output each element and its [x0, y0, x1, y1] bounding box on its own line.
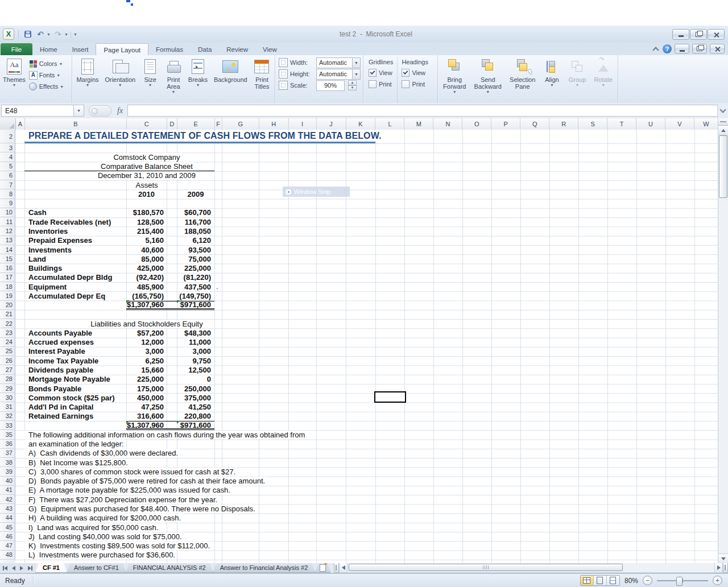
value-2010-cell[interactable]: 3,000: [126, 347, 167, 355]
value-2009-cell[interactable]: 11,000: [177, 338, 214, 346]
row-header[interactable]: 6: [0, 171, 15, 180]
tab-split-handle[interactable]: [334, 563, 339, 573]
note-text-cell[interactable]: D) Bonds payable of $75,000 were retired…: [24, 477, 267, 485]
value-2010-cell[interactable]: 450,000: [126, 394, 167, 402]
value-2010-cell[interactable]: $180,570: [126, 208, 167, 217]
liabilities-header-row[interactable]: Liabilities and Stockholders Equity: [24, 319, 388, 328]
value-2009-cell[interactable]: 0: [177, 375, 214, 383]
row-header[interactable]: 24: [0, 338, 15, 347]
help-icon[interactable]: ?: [663, 44, 672, 53]
sheet-title-row[interactable]: PREPARE A DETAILED STATEMENT OF CASH FLO…: [24, 130, 388, 143]
scroll-down-button[interactable]: [718, 553, 728, 563]
row-header[interactable]: 26: [0, 356, 15, 365]
ribbon-tab[interactable]: Home: [32, 43, 65, 55]
row-header[interactable]: 21: [0, 310, 15, 319]
note-row[interactable]: D) Bonds payable of $75,000 were retired…: [24, 477, 388, 486]
value-2009-cell[interactable]: 437,500: [177, 283, 214, 291]
asset-row[interactable]: Buildings 425,000 225,000: [24, 263, 388, 272]
note-text-cell[interactable]: I) Land was acquired for $50,000 cash.: [24, 523, 160, 532]
column-header[interactable]: U: [636, 118, 665, 130]
account-label-cell[interactable]: Accounts Payable: [24, 329, 126, 337]
note-text-cell[interactable]: B) Net Income was $125,800.: [24, 458, 130, 467]
year-2009-header[interactable]: 2009: [177, 190, 214, 199]
bring-forward-button[interactable]: Bring Forward ▼: [441, 57, 468, 105]
note-row[interactable]: J) Land costing $40,000 was sold for $75…: [24, 532, 388, 541]
column-header[interactable]: P: [491, 118, 520, 130]
normal-view-button[interactable]: [581, 576, 594, 585]
report-title[interactable]: Comparative Balance Sheet: [99, 162, 195, 171]
row-header[interactable]: 31: [0, 402, 15, 411]
row-header[interactable]: 13: [0, 236, 15, 245]
account-label-cell[interactable]: Common stock ($25 par): [24, 394, 126, 402]
company-name[interactable]: Comstock Company: [111, 153, 181, 162]
effects-button[interactable]: Effects ▼: [27, 81, 65, 92]
row-header[interactable]: 5: [0, 162, 15, 171]
liability-row[interactable]: Income Tax Payable 6,250 9,750: [24, 356, 388, 365]
column-header[interactable]: S: [578, 118, 607, 130]
note-row[interactable]: C) 3,000 shares of common stock were iss…: [24, 467, 388, 476]
report-row[interactable]: Comparative Balance Sheet: [24, 162, 388, 171]
note-text-cell[interactable]: F) There was $27,200 Depreciation expens…: [24, 495, 219, 504]
value-2010-cell[interactable]: 6,250: [126, 357, 167, 365]
sheet-tab[interactable]: Answer to CF#1: [67, 563, 126, 573]
asset-row[interactable]: Investments 40,600 93,500: [24, 245, 388, 254]
column-header[interactable]: G: [222, 118, 259, 130]
account-label-cell[interactable]: Accrued expenses: [24, 338, 126, 346]
row-header[interactable]: 45: [0, 523, 15, 532]
column-header[interactable]: O: [462, 118, 491, 130]
align-button[interactable]: Align ▼: [542, 57, 562, 105]
liabilities-section-header[interactable]: Liabilities and Stockholders Equity: [89, 320, 204, 328]
worksheet-grid[interactable]: PREPARE A DETAILED STATEMENT OF CASH FLO…: [15, 130, 718, 563]
redo-dropdown-arrow[interactable]: ▼: [64, 32, 68, 36]
scroll-left-button[interactable]: [339, 563, 348, 573]
account-label-cell[interactable]: Interest Payable: [24, 347, 126, 355]
value-2010-cell[interactable]: 5,160: [126, 236, 167, 245]
value-2009-cell[interactable]: 116,700: [177, 218, 214, 226]
row-header[interactable]: 11: [0, 217, 15, 226]
value-2009-cell[interactable]: 12,500: [177, 366, 214, 374]
row-header[interactable]: 14: [0, 245, 15, 254]
note-row[interactable]: L) Investments were purchased for $36,60…: [24, 551, 388, 560]
account-label-cell[interactable]: Inventories: [24, 227, 126, 235]
blank-row[interactable]: [24, 199, 388, 208]
row-header[interactable]: 40: [0, 477, 15, 486]
save-button[interactable]: [23, 29, 33, 39]
row-header[interactable]: 22: [0, 319, 15, 328]
liability-row[interactable]: Bonds Payable 175,000 250,000: [24, 384, 388, 393]
last-sheet-button[interactable]: [26, 565, 33, 572]
column-header[interactable]: K: [346, 118, 376, 130]
column-header[interactable]: N: [433, 118, 462, 130]
row-header[interactable]: 36: [0, 440, 15, 449]
page-layout-view-button[interactable]: [594, 576, 607, 585]
column-header[interactable]: J: [317, 118, 346, 130]
account-label-cell[interactable]: Bonds Payable: [24, 385, 126, 393]
send-backward-button[interactable]: Send Backward ▼: [473, 57, 503, 105]
previous-sheet-button[interactable]: [10, 565, 17, 572]
assets-total-2009[interactable]: $971,600: [177, 300, 214, 309]
liability-row[interactable]: Interest Payable 3,000 3,000: [24, 347, 388, 356]
row-header[interactable]: 35: [0, 430, 15, 439]
account-label-cell[interactable]: Mortgage Note Payable: [24, 375, 126, 383]
first-sheet-button[interactable]: [2, 565, 9, 572]
headings-view-checkbox[interactable]: View: [402, 67, 428, 78]
row-header[interactable]: 29: [0, 384, 15, 393]
note-row[interactable]: an examination of the ledger:: [24, 440, 388, 449]
asset-row[interactable]: Equipment 485,900 437,500: [24, 282, 388, 291]
insert-function-icon[interactable]: fx: [117, 106, 123, 115]
dropdown-arrow-icon[interactable]: ▼: [352, 69, 360, 79]
assets-total-row[interactable]: $1,307,960 $971,600: [24, 301, 388, 310]
formula-input[interactable]: [127, 105, 717, 117]
account-label-cell[interactable]: Accumulated Depr Eq: [24, 292, 126, 300]
scroll-up-button[interactable]: [718, 126, 728, 135]
column-header[interactable]: B: [25, 118, 127, 130]
liability-row[interactable]: Accrued expenses 12,000 11,000: [24, 338, 388, 347]
value-2009-cell[interactable]: $60,700: [177, 208, 214, 217]
width-combo[interactable]: Automatic ▼: [316, 57, 361, 68]
value-2010-cell[interactable]: 425,000: [126, 264, 167, 272]
value-2010-cell[interactable]: 215,400: [126, 227, 167, 235]
excel-logo-icon[interactable]: X: [3, 28, 14, 40]
note-row[interactable]: F) There was $27,200 Depreciation expens…: [24, 495, 388, 504]
workbook-minimize-button[interactable]: [675, 44, 689, 53]
horizontal-scroll-thumb[interactable]: [349, 564, 623, 571]
row-header[interactable]: 38: [0, 458, 15, 467]
